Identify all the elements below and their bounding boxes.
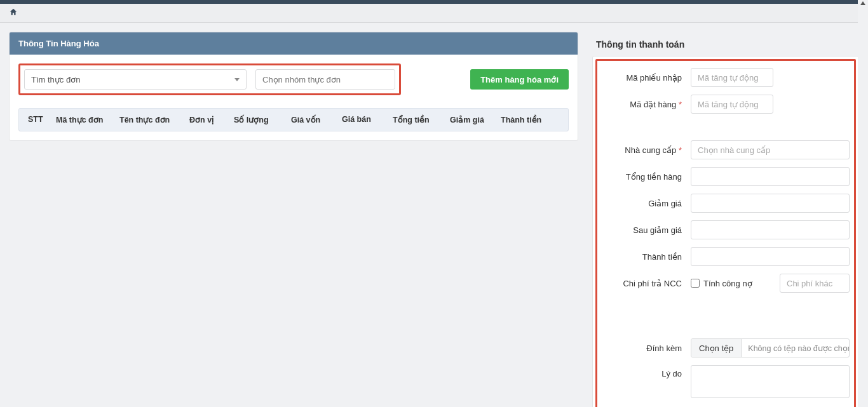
col-discount: Giảm giá [445, 109, 496, 131]
label-order-code: Mã đặt hàng * [602, 100, 691, 109]
home-icon[interactable] [9, 8, 18, 18]
label-reason: Lý do [602, 365, 691, 378]
checkbox-debt-input[interactable] [691, 279, 700, 288]
input-other-cost[interactable] [780, 274, 850, 293]
label-discount: Giảm giá [602, 199, 691, 208]
col-stt: STT [19, 109, 51, 131]
col-price: Giá bán [337, 109, 388, 131]
product-info-panel: Thông Tin Hàng Hóa Tìm thực đơn Thêm hàn… [9, 32, 578, 141]
input-receipt-code[interactable] [691, 68, 773, 87]
col-code: Mã thực đơn [51, 109, 114, 131]
product-table: STT Mã thực đơn Tên thực đơn Đơn vị Số l… [18, 108, 569, 131]
input-total[interactable] [691, 247, 850, 266]
payment-form: Mã phiếu nhập Mã đặt hàng * Nhà cung cấp… [592, 56, 859, 407]
file-none-text: Không có tệp nào được chọn [742, 339, 849, 357]
input-discount[interactable] [691, 194, 850, 213]
menu-search-select[interactable]: Tìm thực đơn [24, 69, 247, 90]
col-final: Thành tiền [496, 109, 568, 131]
search-highlight-box: Tìm thực đơn [18, 63, 401, 95]
menu-search-placeholder: Tìm thực đơn [31, 75, 80, 84]
input-supplier[interactable] [691, 140, 850, 159]
checkbox-debt[interactable]: Tính công nợ [691, 279, 752, 288]
input-reason[interactable] [691, 365, 850, 398]
col-qty: Số lượng [229, 109, 286, 131]
col-unit: Đơn vị [184, 109, 229, 131]
input-order-code[interactable] [691, 95, 773, 114]
col-cost: Giá vốn [286, 109, 337, 131]
breadcrumb-bar [0, 4, 868, 23]
file-choose-button[interactable]: Chọn tệp [691, 339, 742, 357]
label-subtotal: Tổng tiền hàng [602, 172, 691, 182]
file-input-group: Chọn tệp Không có tệp nào được chọn [691, 338, 850, 357]
label-attach: Đính kèm [602, 344, 691, 353]
product-info-title: Thông Tin Hàng Hóa [10, 32, 578, 55]
menu-group-input[interactable] [255, 69, 395, 90]
add-product-button[interactable]: Thêm hàng hóa mới [470, 69, 569, 90]
label-supplier-cost: Chi phí trả NCC [602, 279, 691, 288]
label-after-discount: Sau giảm giá [602, 225, 691, 235]
input-subtotal[interactable] [691, 167, 850, 186]
input-after-discount[interactable] [691, 220, 850, 239]
label-total: Thành tiền [602, 252, 691, 262]
label-receipt-code: Mã phiếu nhập [602, 73, 691, 83]
chevron-down-icon [234, 78, 240, 81]
col-linetotal: Tổng tiền [388, 109, 445, 131]
checkbox-debt-label: Tính công nợ [703, 279, 752, 288]
col-name: Tên thực đơn [114, 109, 184, 131]
table-header-row: STT Mã thực đơn Tên thực đơn Đơn vị Số l… [18, 108, 569, 131]
payment-info-title: Thông tin thanh toán [592, 32, 859, 56]
label-supplier: Nhà cung cấp * [602, 145, 691, 155]
